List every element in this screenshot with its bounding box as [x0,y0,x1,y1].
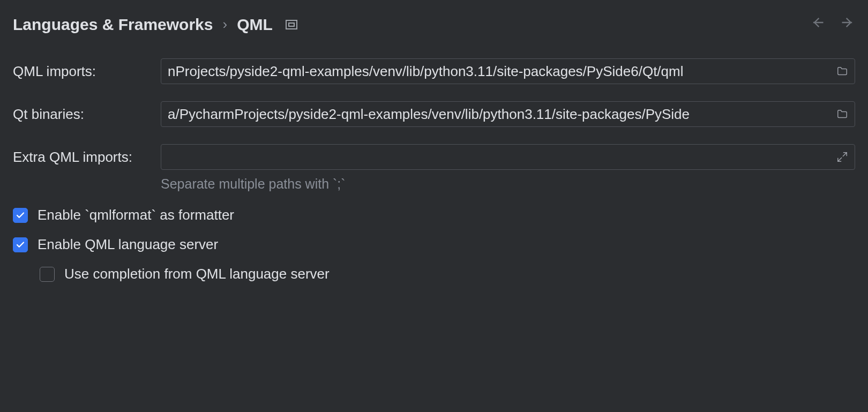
enable-qmlformat-row[interactable]: Enable `qmlformat` as formatter [13,207,855,223]
chevron-right-icon: › [222,16,227,33]
settings-panel: Languages & Frameworks › QML QML imports… [0,0,868,310]
window-icon [286,20,297,29]
qt-binaries-label: Qt binaries: [13,106,161,123]
qml-imports-row: QML imports: [13,58,855,84]
breadcrumb-root[interactable]: Languages & Frameworks [13,16,213,34]
back-button[interactable] [810,15,825,34]
enable-lang-server-checkbox[interactable] [13,237,28,252]
enable-qmlformat-label: Enable `qmlformat` as formatter [38,207,234,223]
qml-imports-input[interactable] [161,58,855,84]
qml-imports-label: QML imports: [13,63,161,80]
breadcrumb-leaf: QML [237,16,273,34]
qt-binaries-input-wrap [161,101,855,127]
enable-qmlformat-checkbox[interactable] [13,208,28,223]
enable-lang-server-label: Enable QML language server [38,236,218,253]
qt-binaries-input[interactable] [161,101,855,127]
browse-folder-icon[interactable] [836,108,849,121]
qt-binaries-row: Qt binaries: [13,101,855,127]
extra-qml-imports-label: Extra QML imports: [13,149,161,166]
extra-qml-imports-input-wrap [161,144,855,170]
extra-qml-imports-input[interactable] [161,144,855,170]
use-completion-row[interactable]: Use completion from QML language server [40,266,855,282]
breadcrumb: Languages & Frameworks › QML [13,16,297,34]
forward-button[interactable] [840,15,855,34]
enable-lang-server-row[interactable]: Enable QML language server [13,236,855,253]
extra-qml-imports-hint: Separate multiple paths with `;` [161,176,855,192]
use-completion-label: Use completion from QML language server [64,266,330,282]
qml-imports-input-wrap [161,58,855,84]
expand-icon[interactable] [836,151,849,163]
header-row: Languages & Frameworks › QML [13,15,855,34]
use-completion-checkbox[interactable] [40,267,55,282]
nav-arrows [810,15,855,34]
extra-qml-imports-row: Extra QML imports: [13,144,855,170]
browse-folder-icon[interactable] [836,65,849,78]
